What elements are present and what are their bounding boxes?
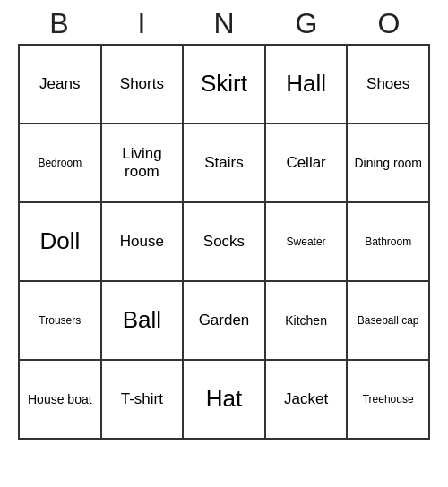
bingo-cell-4-4: Treehouse <box>348 361 430 440</box>
bingo-cell-0-3: Hall <box>266 46 349 124</box>
cell-text: Stairs <box>204 154 243 172</box>
bingo-cell-4-2: Hat <box>184 361 266 440</box>
cell-text: Hall <box>286 70 326 98</box>
cell-text: Trousers <box>39 314 81 327</box>
bingo-cell-1-3: Cellar <box>266 124 349 203</box>
bingo-row-3: TrousersBallGardenKitchenBaseball cap <box>20 282 430 361</box>
bingo-header: BINGO <box>18 0 430 44</box>
cell-text: Garden <box>199 312 250 329</box>
bingo-cell-4-1: T-shirt <box>102 361 185 440</box>
bingo-cell-1-1: Living room <box>102 124 185 203</box>
cell-text: Jeans <box>39 75 80 93</box>
bingo-cell-3-0: Trousers <box>20 282 102 361</box>
bingo-cell-3-3: Kitchen <box>266 282 349 361</box>
bingo-cell-2-3: Sweater <box>266 203 349 282</box>
cell-text: Jacket <box>284 390 328 408</box>
cell-text: Ball <box>123 306 161 334</box>
cell-text: Dining room <box>354 156 421 171</box>
cell-text: Cellar <box>286 154 325 172</box>
bingo-letter-B: B <box>20 7 99 40</box>
bingo-letter-G: G <box>267 7 346 40</box>
bingo-cell-3-1: Ball <box>102 282 185 361</box>
bingo-cell-4-0: House boat <box>20 361 102 440</box>
bingo-row-1: BedroomLiving roomStairsCellarDining roo… <box>20 124 430 203</box>
cell-text: House boat <box>28 392 92 407</box>
bingo-row-2: DollHouseSocksSweaterBathroom <box>20 203 430 282</box>
bingo-cell-2-0: Doll <box>20 203 102 282</box>
bingo-letter-N: N <box>185 7 263 40</box>
cell-text: Shorts <box>120 75 164 93</box>
cell-text: Socks <box>203 233 245 251</box>
cell-text: T-shirt <box>121 390 163 408</box>
bingo-cell-0-2: Skirt <box>184 46 266 124</box>
cell-text: Shoes <box>366 75 409 93</box>
cell-text: Bathroom <box>365 235 411 248</box>
cell-text: Sweater <box>287 235 326 248</box>
bingo-letter-O: O <box>349 7 428 40</box>
bingo-cell-2-4: Bathroom <box>348 203 430 282</box>
bingo-letter-I: I <box>102 7 181 40</box>
bingo-cell-2-1: House <box>102 203 185 282</box>
cell-text: Skirt <box>201 70 247 98</box>
cell-text: Bedroom <box>38 157 82 169</box>
bingo-cell-1-0: Bedroom <box>20 124 102 203</box>
bingo-cell-0-0: Jeans <box>20 46 102 124</box>
bingo-cell-3-4: Baseball cap <box>348 282 430 361</box>
cell-text: Doll <box>39 227 80 255</box>
cell-text: Treehouse <box>363 393 414 406</box>
cell-text: Baseball cap <box>358 314 419 327</box>
bingo-cell-4-3: Jacket <box>266 361 349 440</box>
cell-text: Kitchen <box>285 313 327 329</box>
cell-text: Living room <box>106 145 179 182</box>
bingo-cell-2-2: Socks <box>184 203 266 282</box>
bingo-grid: JeansShortsSkirtHallShoesBedroomLiving r… <box>18 44 430 440</box>
bingo-cell-0-1: Shorts <box>102 46 185 124</box>
bingo-cell-1-2: Stairs <box>184 124 266 203</box>
bingo-cell-1-4: Dining room <box>348 124 430 203</box>
cell-text: House <box>120 233 164 251</box>
bingo-row-0: JeansShortsSkirtHallShoes <box>20 46 430 124</box>
cell-text: Hat <box>206 385 242 413</box>
bingo-cell-0-4: Shoes <box>348 46 430 124</box>
bingo-cell-3-2: Garden <box>184 282 266 361</box>
bingo-row-4: House boatT-shirtHatJacketTreehouse <box>20 361 430 440</box>
